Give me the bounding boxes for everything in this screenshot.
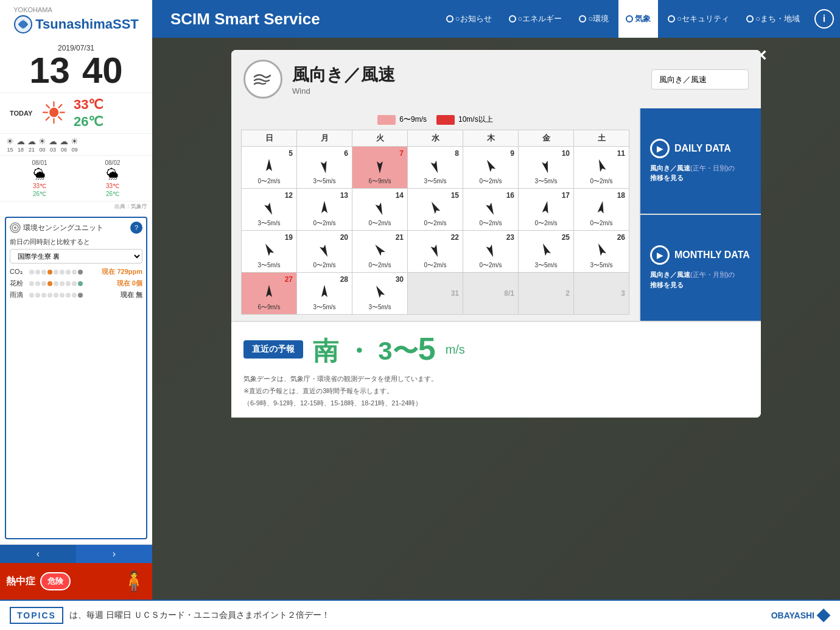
monthly-data-panel[interactable]: ▶ MONTHLY DATA 風向き／風速(正午・月別)の推移を見る	[640, 215, 761, 321]
cell-number: 13	[298, 191, 351, 200]
dot	[41, 293, 46, 298]
dot	[54, 270, 58, 275]
wind-arrow	[575, 200, 628, 219]
cal-header-thu: 木	[463, 130, 519, 147]
cell-number: 23	[464, 233, 517, 242]
forecast-date-0: 08/01	[32, 159, 47, 166]
wind-speed: 3〜5m/s	[520, 177, 572, 186]
sidebar-prev-button[interactable]: ‹	[0, 545, 76, 563]
pollen-label: 花粉	[10, 279, 27, 288]
dot	[29, 281, 34, 286]
legend-box-pink	[377, 115, 396, 125]
legend-item-1: 10m/s以上	[436, 114, 493, 125]
dot	[60, 281, 65, 286]
obayashi-logo: OBAYASHI	[771, 609, 830, 622]
sidebar-next-button[interactable]: ›	[76, 545, 152, 563]
logo-text: TsunashimaSST	[35, 16, 139, 32]
dot	[35, 293, 40, 298]
cell-number: 19	[243, 233, 295, 242]
svg-marker-23	[540, 242, 551, 256]
cell-number: 28	[298, 275, 351, 284]
data-type-select[interactable]: 風向き／風速	[651, 69, 749, 89]
wind-speed: 6〜9m/s	[354, 177, 406, 186]
hourly-forecast: ☀ 15 ☁ 18 ☁ 21 ☀ 00 ☁ 03 ☁ 06 ☀ 09	[0, 134, 152, 156]
hourly-time-3: 00	[39, 147, 45, 153]
hourly-item-6: ☀ 09	[71, 136, 79, 153]
dot-cloud	[78, 270, 83, 275]
cal-right-panel: ▶ DAILY DATA 風向き／風速(正午・日別)の推移を見る ▶ MONTH…	[639, 108, 761, 321]
hourly-icon-5: ☁	[60, 136, 68, 146]
wind-speed: 0〜2m/s	[520, 219, 572, 228]
hourly-icon-0: ☀	[6, 136, 14, 146]
clock-area: 2019/07/31 13 40	[0, 38, 152, 93]
cal-cell-grayed: 3	[574, 273, 629, 315]
header-nav: ○お知らせ ○エネルギー ○環境 気象 ○セキュリティ ○まち・地域 i	[338, 0, 840, 38]
nav-circle-news	[446, 15, 453, 23]
main-content: × 風向き／風速 Wind 風向き／風速	[152, 38, 840, 600]
nav-circle-env	[579, 15, 586, 23]
cal-cell-pink: 7 6〜9m/s	[352, 147, 408, 189]
wind-arrow	[298, 242, 351, 261]
nav-item-environment[interactable]: ○環境	[572, 0, 616, 38]
modal-title-block: 風向き／風速 Wind	[292, 63, 395, 96]
sensing-title: 環境センシングユニット	[10, 222, 103, 233]
wind-arrow	[520, 158, 572, 177]
wind-arrow	[243, 200, 295, 219]
rain-value: 現在 無	[106, 290, 142, 299]
wind-arrow	[354, 200, 406, 219]
wind-speed: 6〜9m/s	[243, 303, 295, 312]
logo-icon	[13, 15, 33, 34]
cal-cell: 10 3〜5m/s	[519, 147, 574, 189]
table-row: 12 3〜5m/s 13	[242, 189, 629, 231]
hourly-item-2: ☁ 21	[27, 136, 36, 153]
hourly-time-1: 18	[18, 147, 24, 153]
hourly-icon-4: ☁	[49, 136, 57, 146]
nav-item-energy[interactable]: ○エネルギー	[502, 0, 570, 38]
wind-speed: 0〜2m/s	[409, 219, 461, 228]
sensing-help-button[interactable]: ?	[130, 222, 142, 234]
nav-circle-security	[668, 15, 675, 23]
svg-marker-17	[598, 200, 606, 213]
daily-data-desc: 風向き／風速(正午・日別)の推移を見る	[650, 163, 751, 183]
table-row: 5 0〜2m/s 6	[242, 147, 629, 189]
cal-cell: 22 0〜2m/s	[408, 231, 463, 273]
cell-number: 17	[520, 191, 572, 200]
nav-item-security[interactable]: ○セキュリティ	[660, 0, 737, 38]
nav-item-weather[interactable]: 気象	[618, 0, 658, 38]
cell-number: 21	[354, 233, 406, 242]
sidebar-nav: ‹ ›	[0, 544, 152, 563]
wind-speed: 0〜2m/s	[243, 177, 295, 186]
wind-speed: 0〜2m/s	[298, 261, 351, 270]
info-button[interactable]: i	[814, 9, 834, 29]
svg-marker-21	[431, 245, 441, 258]
wind-arrow	[464, 242, 517, 261]
today-label: TODAY	[10, 110, 34, 117]
location-select[interactable]: 国際学生寮 裏	[10, 249, 142, 264]
cal-cell: 5 0〜2m/s	[242, 147, 297, 189]
cell-number: 14	[354, 191, 406, 200]
cal-cell: 15 0〜2m/s	[408, 189, 463, 231]
wind-arrow	[409, 200, 461, 219]
cal-cell: 8 3〜5m/s	[408, 147, 463, 189]
sun-icon: ☀	[40, 98, 68, 128]
wind-speed: 3〜5m/s	[409, 177, 461, 186]
cal-header-sat: 土	[574, 130, 629, 147]
nav-item-news[interactable]: ○お知らせ	[439, 0, 499, 38]
svg-marker-12	[321, 201, 327, 213]
forecast-unit: m/s	[446, 343, 465, 357]
nav-item-community[interactable]: ○まち・地域	[739, 0, 807, 38]
wind-arrow	[354, 284, 406, 303]
svg-marker-27	[374, 284, 385, 298]
daily-data-panel[interactable]: ▶ DAILY DATA 風向き／風速(正午・日別)の推移を見る	[640, 108, 761, 215]
person-icon: 🧍	[122, 570, 146, 593]
logo: YOKOHAMA TsunashimaSST	[0, 0, 152, 38]
topics-badge: TOPICS	[10, 607, 63, 624]
dot	[41, 270, 46, 275]
modal-header: 風向き／風速 Wind 風向き／風速	[231, 50, 761, 108]
cell-number: 27	[243, 275, 295, 284]
temp-low: 26℃	[74, 114, 103, 130]
sensor-row-rain: 雨滴 現在 無	[10, 290, 142, 299]
dot	[35, 270, 40, 275]
daily-data-header: ▶ DAILY DATA	[650, 139, 751, 158]
forecast-note-1: 気象データは、気象庁・環境省の観測データを使用しています。 ※直近の予報とは、直…	[243, 373, 749, 409]
